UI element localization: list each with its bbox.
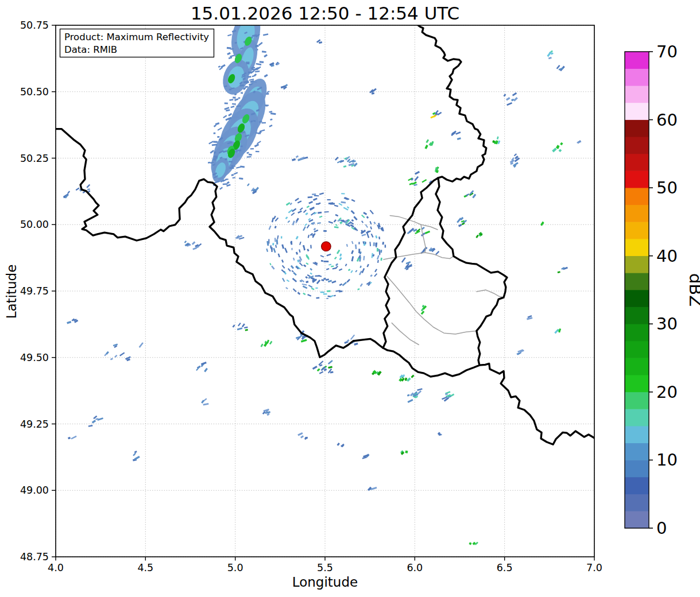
colorbar-segment <box>625 255 649 273</box>
x-tick-label: 6.0 <box>407 562 423 573</box>
clutter-mark <box>315 275 320 277</box>
clutter-mark <box>281 236 282 238</box>
x-tick-label: 4.5 <box>137 562 153 573</box>
colorbar-tick-label: 50 <box>656 178 678 197</box>
colorbar-segment <box>625 68 649 86</box>
x-tick-label: 4.0 <box>48 562 64 573</box>
colorbar-tick-label: 40 <box>656 246 678 266</box>
y-tick-label: 50.75 <box>20 20 49 31</box>
colorbar-unit-label: dBZ <box>686 273 700 307</box>
clutter-mark <box>377 248 378 251</box>
band-speckle <box>252 68 255 70</box>
band-speckle <box>230 167 234 169</box>
radar-site-marker <box>322 242 331 251</box>
y-tick-label: 49.75 <box>20 285 49 297</box>
band-speckle <box>231 165 234 167</box>
y-tick-label: 50.25 <box>20 153 49 164</box>
colorbar-segment <box>625 375 649 392</box>
colorbar-segment <box>625 494 649 511</box>
clutter-mark <box>341 193 345 194</box>
colorbar-segment <box>625 358 649 375</box>
x-axis: 4.04.55.05.56.06.57.0 <box>48 557 602 573</box>
band-speckle <box>213 141 218 143</box>
clutter-mark <box>330 203 335 204</box>
radar-reflectivity-figure: 15.01.2026 12:50 - 12:54 UTC 4.04.55.05.… <box>0 0 700 597</box>
colorbar-ticks: 010203040506070 <box>649 42 678 538</box>
clutter-mark <box>358 249 360 253</box>
band-speckle <box>261 122 266 123</box>
colorbar-segment <box>625 460 649 477</box>
colorbar-tick-label: 60 <box>656 110 678 130</box>
band-speckle <box>241 92 243 94</box>
clutter-mark <box>358 242 359 245</box>
band-speckle <box>256 151 260 153</box>
colorbar-segment <box>625 341 649 358</box>
echo-mark <box>405 451 408 453</box>
colorbar-tick-label: 30 <box>656 314 678 334</box>
y-tick-label: 49.50 <box>20 352 49 363</box>
colorbar-segment <box>625 86 649 103</box>
clutter-mark <box>315 288 318 289</box>
colorbar-segment <box>625 273 649 290</box>
colorbar-tick-label: 20 <box>656 382 678 402</box>
clutter-mark <box>320 292 324 293</box>
y-axis: 50.7550.5050.2550.0049.7549.5049.2549.00… <box>20 20 56 563</box>
clutter-mark <box>382 242 384 245</box>
colorbar-tick-label: 10 <box>656 450 678 470</box>
clutter-mark <box>312 193 316 195</box>
colorbar-tick-label: 70 <box>656 42 678 61</box>
y-tick-label: 50.50 <box>20 86 49 98</box>
colorbar-segment <box>625 324 649 341</box>
y-tick-label: 48.75 <box>20 551 49 563</box>
colorbar-segment <box>625 204 649 222</box>
band-speckle <box>266 93 269 95</box>
clutter-mark <box>323 278 326 280</box>
figure-title: 15.01.2026 12:50 - 12:54 UTC <box>191 3 459 24</box>
colorbar-segment <box>625 477 649 494</box>
colorbar-segment <box>625 222 649 239</box>
colorbar-segment <box>625 409 649 426</box>
y-axis-label: Latitude <box>4 265 19 319</box>
clutter-mark <box>380 250 382 253</box>
annotation-box: Product: Maximum Reflectivity Data: RMIB <box>60 29 214 57</box>
band-speckle <box>246 63 250 64</box>
colorbar-segment <box>625 290 649 307</box>
band-speckle <box>236 149 241 151</box>
colorbar-segment <box>625 443 649 460</box>
y-tick-label: 49.00 <box>20 484 49 496</box>
x-tick-label: 5.5 <box>317 562 333 573</box>
band-speckle <box>250 148 254 150</box>
x-tick-label: 5.0 <box>227 562 243 573</box>
colorbar-segment <box>625 137 649 154</box>
colorbar-segment <box>625 103 649 120</box>
clutter-mark <box>310 245 312 249</box>
band-speckle <box>217 136 219 138</box>
clutter-mark <box>316 203 319 205</box>
clutter-mark <box>385 245 386 247</box>
colorbar-segment <box>625 154 649 171</box>
annotation-data-line: Data: RMIB <box>64 44 117 55</box>
band-speckle <box>229 88 231 90</box>
x-tick-label: 7.0 <box>586 562 602 573</box>
colorbar-tick-label: 0 <box>656 518 667 538</box>
y-tick-label: 49.25 <box>20 418 49 430</box>
colorbar-segment <box>625 52 649 69</box>
band-speckle <box>245 86 248 88</box>
colorbar-segment <box>625 239 649 256</box>
colorbar-segment <box>625 511 649 528</box>
band-speckle <box>238 97 241 99</box>
colorbar-segment <box>625 392 649 409</box>
colorbar-segment <box>625 426 649 443</box>
clutter-mark <box>373 242 375 246</box>
clutter-mark <box>327 199 331 200</box>
clutter-mark <box>323 293 327 294</box>
band-speckle <box>225 103 228 104</box>
clutter-mark <box>326 298 328 299</box>
plot-area: 4.04.55.05.56.06.57.0 50.7550.5050.2550.… <box>20 7 602 573</box>
colorbar: 010203040506070 dBZ <box>625 42 700 538</box>
annotation-product-line: Product: Maximum Reflectivity <box>64 32 209 42</box>
clutter-mark <box>323 261 328 262</box>
colorbar-segment <box>625 188 649 205</box>
clutter-mark <box>314 195 319 196</box>
clutter-mark <box>323 230 327 232</box>
